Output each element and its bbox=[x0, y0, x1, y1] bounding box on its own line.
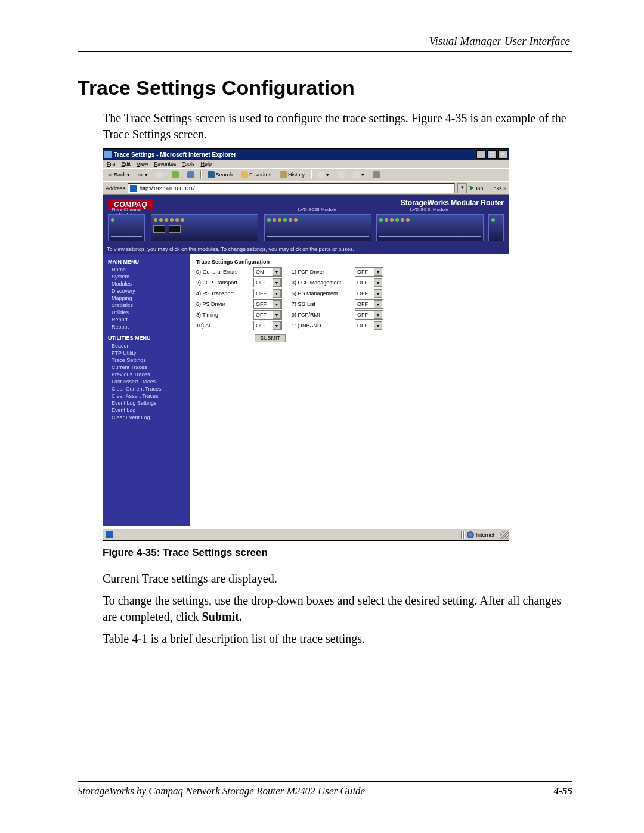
search-button[interactable]: Search bbox=[205, 170, 236, 179]
setting-select[interactable]: OFF▼ bbox=[355, 278, 383, 287]
menu-favorites[interactable]: Favorites bbox=[154, 161, 176, 167]
sidebar-item-ftp[interactable]: FTP Utility bbox=[108, 349, 185, 357]
module-slot[interactable] bbox=[376, 214, 484, 241]
sidebar-item-report[interactable]: Report bbox=[108, 316, 185, 323]
sidebar-item-reboot[interactable]: Reboot bbox=[108, 323, 185, 330]
paragraph: Current Trace settings are displayed. bbox=[103, 571, 572, 587]
sidebar-item-home[interactable]: Home bbox=[108, 266, 185, 273]
setting-select[interactable]: OFF▼ bbox=[355, 310, 383, 320]
setting-select[interactable]: OFF▼ bbox=[355, 289, 383, 298]
links-button[interactable]: Links » bbox=[489, 185, 506, 191]
close-button[interactable]: × bbox=[498, 150, 507, 159]
edit-icon bbox=[353, 171, 360, 178]
toolbar-separator bbox=[311, 170, 312, 179]
maximize-button[interactable]: □ bbox=[487, 150, 497, 159]
section-heading: Trace Settings Configuration bbox=[78, 76, 572, 100]
back-button[interactable]: ⇦ Back ▾ bbox=[106, 171, 132, 179]
sidebar-item-statistics[interactable]: Statistics bbox=[108, 302, 185, 309]
stop-icon bbox=[156, 171, 163, 178]
go-button[interactable]: ⮞Go bbox=[469, 185, 483, 191]
sidebar-item-last-assert-traces[interactable]: Last Assert Traces bbox=[108, 378, 185, 385]
intro-paragraph: The Trace Settings screen is used to con… bbox=[103, 110, 572, 143]
menu-tools[interactable]: Tools bbox=[182, 161, 194, 167]
mail-button[interactable]: ▾ bbox=[315, 170, 332, 179]
setting-label: 1) FCP Driver bbox=[292, 269, 351, 275]
module-slot[interactable] bbox=[108, 214, 145, 241]
address-label: Address bbox=[106, 185, 125, 191]
ie-status-icon bbox=[106, 531, 113, 538]
figure-caption: Figure 4-35: Trace Settings screen bbox=[103, 547, 572, 559]
submit-button[interactable]: SUBMIT bbox=[255, 334, 286, 342]
sidebar-item-modules[interactable]: Modules bbox=[108, 280, 185, 287]
setting-select[interactable]: OFF▼ bbox=[355, 299, 383, 309]
search-icon bbox=[208, 171, 215, 178]
module-label: LVD SCSI Module bbox=[376, 207, 482, 212]
paragraph: To change the settings, use the drop-dow… bbox=[103, 593, 572, 625]
setting-select[interactable]: OFF▼ bbox=[253, 310, 282, 320]
history-button[interactable]: History bbox=[277, 170, 307, 179]
minimize-button[interactable]: _ bbox=[476, 150, 486, 159]
module-slot[interactable] bbox=[151, 214, 258, 241]
sidebar-item-system[interactable]: System bbox=[108, 273, 185, 280]
sidebar-item-current-traces[interactable]: Current Traces bbox=[108, 364, 185, 371]
favorites-icon bbox=[241, 171, 248, 178]
home-button[interactable] bbox=[185, 170, 197, 179]
page-icon bbox=[130, 185, 137, 192]
page-content: COMPAQ StorageWorks Modular Router Fibre… bbox=[103, 195, 509, 529]
menu-help[interactable]: Help bbox=[200, 161, 212, 167]
discuss-button[interactable] bbox=[370, 170, 382, 179]
setting-select[interactable]: ON▼ bbox=[253, 267, 282, 277]
forward-button[interactable]: ⇨ ▾ bbox=[136, 171, 150, 179]
chevron-down-icon: ▼ bbox=[273, 278, 281, 287]
sidebar-item-utilities[interactable]: Utilities bbox=[108, 309, 185, 316]
home-icon bbox=[187, 171, 194, 178]
edit-button[interactable]: ▾ bbox=[351, 170, 367, 179]
workspace: MAIN MENU Home System Modules Discovery … bbox=[103, 254, 509, 526]
setting-select[interactable]: OFF▼ bbox=[253, 321, 282, 330]
module-label: LVD SCSI Module bbox=[264, 207, 370, 212]
internet-zone-icon bbox=[467, 531, 474, 538]
sidebar-item-event-log[interactable]: Event Log bbox=[108, 407, 185, 414]
setting-select[interactable]: OFF▼ bbox=[253, 289, 282, 298]
toolbar: ⇦ Back ▾ ⇨ ▾ Search Favorites History ▾ … bbox=[103, 168, 509, 181]
stop-button[interactable] bbox=[154, 170, 166, 179]
resize-grip[interactable] bbox=[500, 531, 509, 539]
running-header: Visual Manager User Interface bbox=[78, 35, 572, 48]
menu-view[interactable]: View bbox=[137, 161, 148, 167]
module-slot[interactable] bbox=[264, 214, 371, 241]
sidebar-item-previous-traces[interactable]: Previous Traces bbox=[108, 371, 185, 378]
favorites-button[interactable]: Favorites bbox=[239, 170, 274, 179]
setting-select[interactable]: OFF▼ bbox=[253, 299, 282, 309]
refresh-button[interactable] bbox=[169, 170, 181, 179]
sidebar-item-clear-current-traces[interactable]: Clear Current Traces bbox=[108, 385, 185, 392]
setting-select[interactable]: OFF▼ bbox=[355, 321, 383, 330]
paragraph: Table 4-1 is a brief description list of… bbox=[103, 631, 572, 647]
setting-label: 0) General Errors bbox=[196, 269, 250, 275]
sidebar-item-event-log-settings[interactable]: Event Log Settings bbox=[108, 400, 185, 407]
ie-icon bbox=[104, 151, 112, 158]
module-slot[interactable] bbox=[488, 214, 504, 241]
header-rule bbox=[78, 51, 572, 52]
sidebar-item-clear-event-log[interactable]: Clear Event Log bbox=[108, 414, 185, 421]
address-dropdown[interactable]: ▾ bbox=[457, 183, 467, 193]
sidebar-item-discovery[interactable]: Discovery bbox=[108, 287, 185, 295]
footer-rule bbox=[78, 781, 572, 782]
page-footer: StorageWorks by Compaq Network Storage R… bbox=[78, 781, 572, 797]
address-input[interactable]: http://192.168.100.131/ bbox=[128, 183, 455, 193]
print-button[interactable] bbox=[335, 170, 347, 179]
module-diagram[interactable]: Fibre Channel Module LVD SCSI Module bbox=[108, 214, 504, 241]
menu-file[interactable]: File bbox=[107, 161, 116, 167]
chevron-down-icon: ▼ bbox=[273, 268, 281, 276]
setting-label: 2) FCP Transport bbox=[196, 280, 250, 286]
setting-select[interactable]: OFF▼ bbox=[253, 278, 282, 287]
config-row: 10) AFOFF▼11) INBANDOFF▼ bbox=[196, 321, 503, 330]
sidebar-item-mapping[interactable]: Mapping bbox=[108, 295, 185, 302]
sidebar-item-clear-assert-traces[interactable]: Clear Assert Traces bbox=[108, 392, 185, 400]
sidebar-item-beacon[interactable]: Beacon bbox=[108, 342, 185, 349]
menu-edit[interactable]: Edit bbox=[122, 161, 131, 167]
setting-select[interactable]: OFF▼ bbox=[355, 267, 383, 277]
page-number: 4-55 bbox=[554, 785, 572, 797]
sidebar-item-trace-settings[interactable]: Trace Settings bbox=[108, 357, 185, 364]
banner-hint: To view settings, you may click on the m… bbox=[103, 244, 509, 254]
setting-label: 10) AF bbox=[196, 323, 250, 329]
